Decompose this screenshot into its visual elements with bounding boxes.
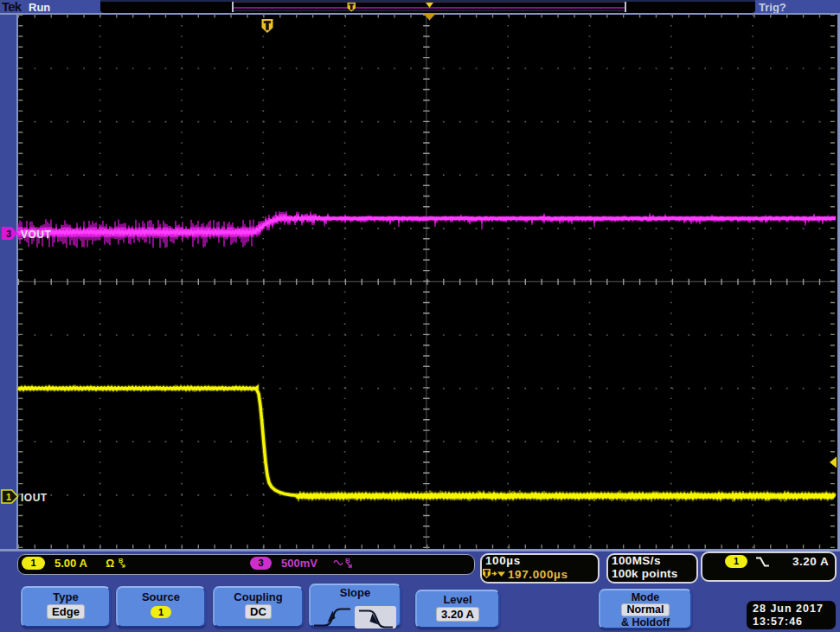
- svg-text:1: 1: [6, 492, 11, 502]
- svg-text:3: 3: [6, 229, 11, 239]
